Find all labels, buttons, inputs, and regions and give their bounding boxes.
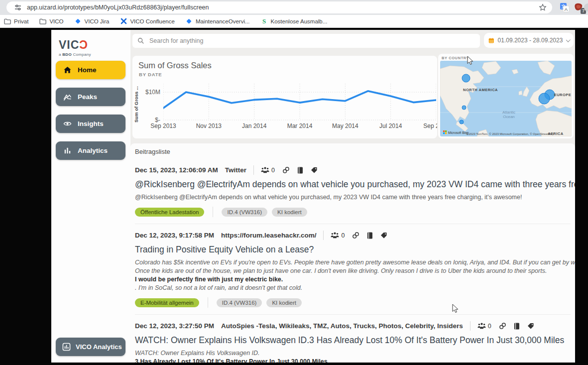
extension-icon[interactable]: 7 (574, 2, 584, 12)
link-icon[interactable] (282, 166, 290, 174)
post-tags: E-Mobilität allgemeinID.4 (VW316)KI kodi… (135, 297, 575, 308)
post-body: @RickIsenberg @ElectrifyAm depends on wh… (135, 193, 575, 202)
divider (253, 165, 254, 175)
sidebar-item-home[interactable]: Home (56, 61, 125, 79)
post-title[interactable]: @RickIsenberg @ElectrifyAm depends on wh… (135, 179, 575, 190)
sidebar-item-analytics[interactable]: Analytics (56, 141, 125, 160)
post-list-section: Beitragsliste Dec 15, 2023, 12:06:09 AM … (130, 143, 575, 363)
jira-icon (186, 18, 193, 25)
post-count: 0 (488, 323, 491, 330)
site-settings-icon[interactable] (13, 3, 22, 12)
sidebar-item-peaks[interactable]: Peaks (56, 88, 125, 106)
post-body-line: @RickIsenberg @ElectrifyAm depends on wh… (135, 193, 575, 202)
tag-pill[interactable]: KI kodiert (272, 208, 307, 217)
tag-pill[interactable]: KI kodiert (266, 298, 302, 307)
bookmark-item[interactable]: MaintenanceOvervi... (186, 18, 250, 25)
audience-icon[interactable] (477, 323, 486, 329)
translate-icon[interactable]: 文 A (560, 2, 570, 12)
chart-x-axis-labels: Sep 2013Nov 2013Jan 2014Mar 2014May 2014… (163, 122, 437, 130)
browser-url-bar: app.uizard.io/prototypes/bM0yoLjx03uRdz6… (0, 0, 588, 15)
search-icon (137, 37, 144, 44)
svg-text:A: A (565, 6, 568, 12)
post-source[interactable]: https://forum.leasehackr.com/ (221, 232, 316, 239)
audience-icon[interactable] (331, 232, 339, 239)
bookmarks-bar: Privat VICO VICO Jira VICO Confluence Ma… (0, 15, 588, 28)
s-icon: S (261, 18, 268, 25)
book-icon[interactable] (297, 167, 303, 174)
post-body-line: WATCH: Owner Explains His Volkswagen ID. (135, 349, 575, 358)
feed-post: Dec 12, 2023, 3:27:50 PM AutoSpies -Tesl… (135, 322, 575, 363)
post-date: Dec 12, 2023, 9:17:58 PM (135, 232, 214, 239)
chart-y-axis-label: Sum of Gross ... (133, 85, 140, 124)
feed-post: Dec 12, 2023, 9:17:58 PM https://forum.l… (135, 231, 575, 308)
sidebar-footer-label: VICO Analytics (76, 343, 122, 351)
divider (470, 321, 470, 331)
post-body-line: Colorado has $5k incentive on EVs if you… (135, 258, 575, 267)
feed-post: Dec 15, 2023, 12:06:09 AM Twitter 0 (135, 166, 575, 217)
post-count: 0 (271, 167, 275, 174)
link-icon[interactable] (499, 322, 506, 330)
tag-icon[interactable] (380, 232, 387, 239)
post-body-line: . I'm in SoCal, so not a lot of rain, an… (135, 284, 575, 292)
bookmark-item[interactable]: S Kostenlose Ausmalb... (261, 18, 328, 25)
post-source[interactable]: Twitter (225, 166, 246, 174)
svg-text:NORTH AMERICA: NORTH AMERICA (463, 88, 498, 92)
bing-map[interactable]: NORTH AMERICAEUROPEAFRICAAtlanticOceanMi… (440, 61, 572, 136)
post-source[interactable]: AutoSpies -Tesla, Wikileaks, TMZ, Autos,… (221, 322, 463, 330)
bookmark-star-icon[interactable] (538, 3, 547, 12)
x-tick-label: Mar 2014 (279, 122, 321, 129)
book-icon[interactable] (367, 232, 373, 239)
folder-icon (39, 18, 46, 25)
x-tick-label: Jul 2014 (370, 122, 412, 129)
tag-pill[interactable]: ID.4 (VW316) (222, 208, 267, 217)
svg-text:EUROPE: EUROPE (554, 93, 572, 97)
sidebar-item-insights[interactable]: Insights (56, 115, 125, 133)
bookmark-item[interactable]: Privat (4, 18, 28, 25)
x-tick-label: Sep 2013 (142, 122, 184, 129)
line-chart-plot[interactable] (163, 84, 436, 121)
address-bar[interactable]: app.uizard.io/prototypes/bM0yoLjx03uRdz6… (6, 1, 552, 13)
home-icon (63, 66, 72, 74)
tag-pill[interactable]: ID.4 (VW316) (217, 298, 262, 307)
post-body-line: I would be perfectly fine with just my e… (135, 275, 575, 284)
logo-c-mark: Ɔ (79, 38, 88, 51)
bookmark-item[interactable]: VICO (39, 18, 63, 25)
sidebar-item-vico-analytics[interactable]: VICO Analytics (56, 338, 125, 356)
tag-pill[interactable]: E-Mobilität allgemein (135, 298, 199, 307)
svg-text:© 2023 TomTom, © 2023 Microsof: © 2023 TomTom, © 2023 Microsoft Corporat… (466, 132, 554, 135)
country-map-card: BY COUNTRY NORTH AMERICAEUROPEAFRICAAtla… (438, 54, 574, 138)
svg-text:Ocean: Ocean (503, 115, 515, 119)
divider (208, 297, 208, 308)
post-title[interactable]: WATCH: Owner Explains His Volkswagen ID.… (135, 335, 575, 346)
sidebar-nav: Home Peaks Insights Analytics (56, 61, 125, 160)
feed-title: Beitragsliste (135, 148, 575, 155)
confluence-icon (120, 18, 127, 25)
post-date: Dec 15, 2023, 12:06:09 AM (135, 166, 218, 174)
jira-icon (75, 18, 82, 25)
bookmark-item[interactable]: VICO Jira (75, 18, 110, 25)
tag-icon[interactable] (311, 167, 318, 173)
folder-icon (4, 18, 11, 25)
fullscreen-player-stage: VICƆ a BDO Company Home Peaks Insights A… (0, 28, 588, 365)
tag-icon[interactable] (527, 323, 534, 329)
x-tick-label: Sep 2014 (415, 122, 437, 129)
url-text[interactable]: app.uizard.io/prototypes/bM0yoLjx03uRdz6… (27, 4, 538, 11)
post-title[interactable]: Trading in Positive Equity Vehicle on a … (135, 244, 575, 255)
bookmark-item[interactable]: VICO Confluence (120, 18, 175, 25)
post-divider (135, 224, 571, 224)
bar-chart-icon (63, 146, 72, 155)
x-tick-label: Nov 2013 (188, 122, 230, 129)
post-date: Dec 12, 2023, 3:27:50 PM (135, 322, 214, 330)
divider (213, 207, 213, 217)
search-input[interactable] (149, 37, 480, 44)
link-icon[interactable] (352, 232, 359, 239)
tag-pill[interactable]: Öffentliche Ladestation (135, 208, 204, 217)
post-divider (135, 314, 571, 315)
x-tick-label: Jan 2014 (234, 122, 275, 129)
book-icon[interactable] (514, 323, 520, 330)
audience-icon[interactable] (261, 167, 269, 173)
post-body-line: 3 Has Already Lost 10% Of It's Battery P… (135, 358, 575, 363)
logo-subtitle: a BDO Company (59, 52, 91, 57)
date-range-value: 01.09.2023 - 28.09.2023 (498, 37, 563, 44)
date-range-picker[interactable]: 01.09.2023 - 28.09.2023 (484, 33, 574, 48)
